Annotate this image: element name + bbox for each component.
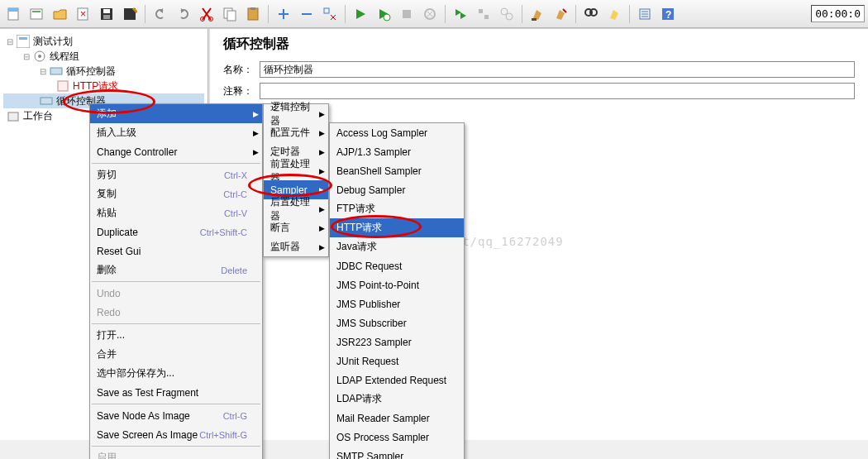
templates-icon[interactable] [26,3,48,25]
toggle-icon[interactable] [319,3,341,25]
menu-save-fragment[interactable]: Save as Test Fragment [90,383,262,402]
menu-change-controller[interactable]: Change Controller [90,142,262,161]
start-no-timers-icon[interactable] [373,3,394,25]
name-input[interactable] [260,61,855,78]
expand-icon[interactable] [273,3,294,25]
sampler-item[interactable]: Debug Sampler [330,180,464,199]
menu-enable: 启用 [90,448,262,459]
svg-rect-1 [8,8,18,12]
svg-rect-30 [17,35,30,48]
comment-input[interactable] [260,83,855,99]
svg-point-23 [506,13,513,20]
remote-shutdown-icon[interactable] [496,3,517,25]
sampler-item[interactable]: FTP请求 [330,199,464,218]
shutdown-icon[interactable] [419,3,441,25]
sampler-item[interactable]: JSR223 Sampler [330,332,464,351]
svg-point-33 [38,55,41,58]
menu-save-selection[interactable]: 选中部分保存为... [90,364,262,383]
saveas-icon[interactable] [119,3,141,25]
svg-rect-31 [19,37,27,40]
sampler-item[interactable]: JUnit Request [330,351,464,371]
help-icon[interactable]: ? [657,3,679,25]
menu-paste[interactable]: 粘贴Ctrl-V [90,203,262,222]
menu-delete[interactable]: 删除Delete [90,261,262,280]
menu-postprocessor[interactable]: 后置处理器 [264,199,328,218]
paste-icon[interactable] [242,3,264,25]
menu-open[interactable]: 打开... [90,326,262,345]
svg-point-22 [501,8,508,15]
tree-root[interactable]: ⊟ 测试计划 [3,34,204,49]
svg-rect-20 [479,9,483,13]
svg-rect-37 [8,112,18,121]
comment-label: 注释： [223,84,256,98]
menu-preprocessor[interactable]: 前置处理器 [264,161,328,180]
svg-rect-34 [50,68,62,74]
new-icon[interactable] [3,3,25,25]
menu-cut[interactable]: 剪切Ctrl-X [90,165,262,184]
controller-icon [50,65,63,78]
close-icon[interactable]: × [73,3,94,25]
svg-text:?: ? [665,9,671,21]
menu-listener[interactable]: 监听器 [264,237,328,256]
svg-rect-13 [227,11,236,21]
sampler-item[interactable]: LDAP Extended Request [330,371,464,390]
menu-redo: Redo [90,303,262,322]
svg-text:×: × [80,8,86,20]
clear-all-icon[interactable] [550,3,571,25]
redo-icon[interactable] [173,3,194,25]
svg-rect-15 [250,7,255,10]
menu-config-element[interactable]: 配置元件 [264,123,328,142]
sampler-item-http[interactable]: HTTP请求 [330,218,464,237]
tree-loop1[interactable]: ⊟ 循环控制器 [3,64,204,79]
menu-save-node-image[interactable]: Save Node As ImageCtrl-G [90,406,262,425]
sampler-item[interactable]: LDAP请求 [330,390,464,409]
svg-rect-21 [484,15,489,19]
threadgroup-icon [33,50,46,63]
function-helper-icon[interactable] [634,3,656,25]
sampler-item[interactable]: JMS Publisher [330,294,464,313]
sampler-item[interactable]: Access Log Sampler [330,123,464,142]
save-icon[interactable] [96,3,117,25]
sampler-item[interactable]: Java请求 [330,237,464,256]
controller-icon [40,94,53,108]
remote-stop-icon[interactable] [473,3,494,25]
sampler-item[interactable]: JDBC Request [330,256,464,275]
collapse-icon[interactable] [296,3,317,25]
menu-copy[interactable]: 复制Ctrl-C [90,184,262,203]
stop-icon[interactable] [396,3,417,25]
tree-http1[interactable]: HTTP请求 [3,79,204,93]
menu-add[interactable]: 添加 [90,104,262,123]
svg-rect-35 [58,81,68,91]
start-icon[interactable] [350,3,371,25]
menu-assertion[interactable]: 断言 [264,218,328,237]
svg-rect-8 [103,15,110,19]
sampler-item[interactable]: JMS Point-to-Point [330,275,464,294]
svg-rect-7 [103,9,110,13]
name-label: 名称： [223,63,256,77]
clear-icon[interactable] [527,3,548,25]
sampler-item[interactable]: BeanShell Sampler [330,161,464,180]
sampler-item[interactable]: OS Process Sampler [330,428,464,447]
menu-duplicate[interactable]: DuplicateCtrl+Shift-C [90,222,262,241]
menu-undo: Undo [90,284,262,303]
cut-icon[interactable] [196,3,217,25]
sampler-item[interactable]: SMTP Sampler [330,447,464,459]
svg-rect-14 [248,8,258,20]
copy-icon[interactable] [219,3,241,25]
menu-logic-controller[interactable]: 逻辑控制器 [264,104,328,123]
menu-insert-parent[interactable]: 插入上级 [90,123,262,142]
open-icon[interactable] [50,3,71,25]
svg-rect-24 [532,18,537,21]
sampler-item[interactable]: JMS Subscriber [330,313,464,332]
remote-start-icon[interactable] [450,3,471,25]
menu-merge[interactable]: 合并 [90,345,262,364]
menu-save-screen-image[interactable]: Save Screen As ImageCtrl+Shift-G [90,425,262,444]
tree-threadgroup[interactable]: ⊟ 线程组 [3,49,204,64]
search-reset-icon[interactable] [603,3,625,25]
undo-icon[interactable] [150,3,171,25]
sampler-item[interactable]: AJP/1.3 Sampler [330,142,464,161]
sampler-icon [56,79,69,93]
menu-reset-gui[interactable]: Reset Gui [90,241,262,261]
sampler-item[interactable]: Mail Reader Sampler [330,409,464,428]
search-icon[interactable] [580,3,602,25]
